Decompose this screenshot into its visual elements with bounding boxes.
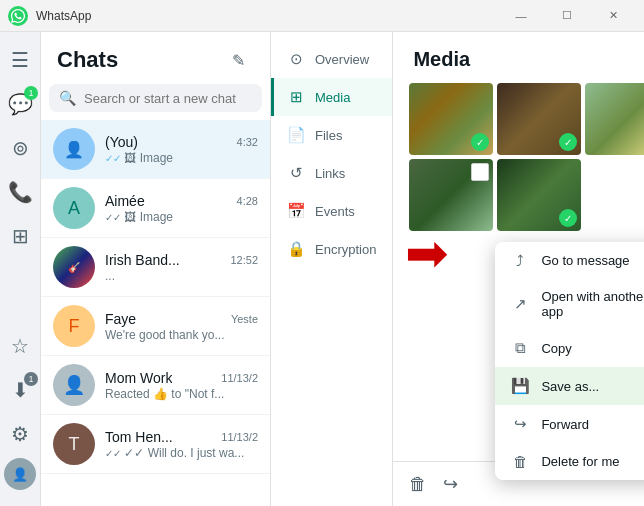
chat-list-panel: Chats ✎ 🔍 👤 (You) 4:32 ✓✓ 🖼 Image — [41, 32, 271, 506]
media-thumb-1[interactable]: ✓ — [409, 83, 493, 155]
nav-label-media: Media — [315, 90, 350, 105]
chats-icon[interactable]: 💬 1 — [0, 84, 40, 124]
media-grid: ✓ ✓ ✓ ✓ — [393, 83, 644, 231]
nav-item-media[interactable]: ⊞ Media — [271, 78, 392, 116]
nav-item-encryption[interactable]: 🔒 Encryption — [271, 230, 392, 268]
copy-icon: ⧉ — [511, 339, 529, 357]
chat-name-faye: Faye — [105, 311, 136, 327]
chat-info-mom: Mom Work 11/13/2 Reacted 👍 to "Not f... — [105, 370, 258, 401]
chat-badge: 1 — [24, 86, 38, 100]
chat-info-tom: Tom Hen... 11/13/2 ✓✓ ✓✓ Will do. I just… — [105, 429, 258, 460]
chat-info-faye: Faye Yeste We're good thank yo... — [105, 311, 258, 342]
chat-time-you: 4:32 — [237, 136, 258, 148]
icon-bar-top: ☰ 💬 1 ⊚ 📞 ⊞ — [0, 40, 40, 322]
ctx-label-forward: Forward — [541, 417, 644, 432]
avatar-tom: T — [53, 423, 95, 465]
chat-item-irish[interactable]: 🎸 Irish Band... 12:52 ... — [41, 238, 270, 297]
media-thumb-2[interactable]: ✓ — [497, 83, 581, 155]
search-input[interactable] — [84, 91, 252, 106]
ctx-delete-for-me[interactable]: 🗑 Delete for me — [495, 443, 644, 480]
name-row-irish: Irish Band... 12:52 — [105, 252, 258, 268]
nav-label-events: Events — [315, 204, 355, 219]
search-bar[interactable]: 🔍 — [49, 84, 262, 112]
icon-bar: ☰ 💬 1 ⊚ 📞 ⊞ ☆ ⬇ 1 ⚙ 👤 — [0, 32, 41, 506]
nav-item-files[interactable]: 📄 Files — [271, 116, 392, 154]
links-icon: ↺ — [287, 164, 305, 182]
window-controls[interactable]: — ☐ ✕ — [498, 0, 636, 32]
avatar-you: 👤 — [53, 128, 95, 170]
name-row-aimee: Aimée 4:28 — [105, 193, 258, 209]
chat-time-irish: 12:52 — [230, 254, 258, 266]
footer-share-icon[interactable]: ↪ — [443, 473, 458, 495]
menu-icon[interactable]: ☰ — [0, 40, 40, 80]
preview-text-aimee: 🖼 Image — [124, 210, 173, 224]
close-button[interactable]: ✕ — [590, 0, 636, 32]
maximize-button[interactable]: ☐ — [544, 0, 590, 32]
chat-name-aimee: Aimée — [105, 193, 145, 209]
user-avatar[interactable]: 👤 — [4, 458, 36, 490]
chat-info-aimee: Aimée 4:28 ✓✓ 🖼 Image — [105, 193, 258, 224]
ctx-forward[interactable]: ↪ Forward — [495, 405, 644, 443]
ctx-copy[interactable]: ⧉ Copy — [495, 329, 644, 367]
forward-icon: ↪ — [511, 415, 529, 433]
chat-name-tom: Tom Hen... — [105, 429, 173, 445]
app-title: WhatsApp — [36, 9, 91, 23]
search-icon: 🔍 — [59, 90, 76, 106]
chat-name-you: (You) — [105, 134, 138, 150]
chat-list-header: Chats ✎ — [41, 32, 270, 84]
starred-icon[interactable]: ☆ — [0, 326, 40, 366]
ctx-save-as[interactable]: 💾 Save as... — [495, 367, 644, 405]
new-chat-icon[interactable]: ✎ — [222, 44, 254, 76]
chat-preview-you: ✓✓ 🖼 Image — [105, 151, 258, 165]
nav-item-links[interactable]: ↺ Links — [271, 154, 392, 192]
chat-name-mom: Mom Work — [105, 370, 172, 386]
sidebar-nav: ⊙ Overview ⊞ Media 📄 Files ↺ Links 📅 Eve… — [271, 32, 393, 506]
chat-time-faye: Yeste — [231, 313, 258, 325]
chat-time-mom: 11/13/2 — [221, 372, 258, 384]
media-title: Media — [393, 32, 644, 83]
nav-item-events[interactable]: 📅 Events — [271, 192, 392, 230]
chat-preview-irish: ... — [105, 269, 258, 283]
footer-delete-icon[interactable]: 🗑 — [409, 474, 427, 495]
status-icon[interactable]: ⊚ — [0, 128, 40, 168]
archived-icon[interactable]: ⬇ 1 — [0, 370, 40, 410]
media-thumb-4[interactable] — [409, 159, 493, 231]
overview-icon: ⊙ — [287, 50, 305, 68]
media-thumb-3[interactable]: ✓ — [585, 83, 644, 155]
chat-item-mom[interactable]: 👤 Mom Work 11/13/2 Reacted 👍 to "Not f..… — [41, 356, 270, 415]
media-panel: Media ✓ ✓ ✓ — [393, 32, 644, 506]
chat-time-tom: 11/13/2 — [221, 431, 258, 443]
nav-label-encryption: Encryption — [315, 242, 376, 257]
ctx-open-with-app[interactable]: ↗ Open with another app — [495, 279, 644, 329]
header-icons: ✎ — [222, 44, 254, 76]
minimize-button[interactable]: — — [498, 0, 544, 32]
calls-icon[interactable]: 📞 — [0, 172, 40, 212]
chat-name-irish: Irish Band... — [105, 252, 180, 268]
ctx-label-open-with-app: Open with another app — [541, 289, 644, 319]
name-row-mom: Mom Work 11/13/2 — [105, 370, 258, 386]
chat-item-faye[interactable]: F Faye Yeste We're good thank yo... — [41, 297, 270, 356]
chat-item-aimee[interactable]: A Aimée 4:28 ✓✓ 🖼 Image — [41, 179, 270, 238]
nav-item-overview[interactable]: ⊙ Overview — [271, 40, 392, 78]
icon-bar-bottom: ☆ ⬇ 1 ⚙ 👤 — [0, 326, 40, 498]
encryption-icon: 🔒 — [287, 240, 305, 258]
ctx-go-to-message[interactable]: ⤴ Go to message — [495, 242, 644, 279]
titlebar-left: WhatsApp — [8, 6, 91, 26]
name-row-tom: Tom Hen... 11/13/2 — [105, 429, 258, 445]
ctx-label-go-to-message: Go to message — [541, 253, 644, 268]
chat-item-tom[interactable]: T Tom Hen... 11/13/2 ✓✓ ✓✓ Will do. I ju… — [41, 415, 270, 474]
titlebar: WhatsApp — ☐ ✕ — [0, 0, 644, 32]
go-to-message-icon: ⤴ — [511, 252, 529, 269]
avatar-aimee: A — [53, 187, 95, 229]
nav-label-overview: Overview — [315, 52, 369, 67]
settings-icon[interactable]: ⚙ — [0, 414, 40, 454]
context-menu: ⤴ Go to message ↗ Open with another app … — [495, 242, 644, 480]
uncheck-4 — [471, 163, 489, 181]
communities-icon[interactable]: ⊞ — [0, 216, 40, 256]
ctx-label-save-as: Save as... — [541, 379, 644, 394]
chat-item-you[interactable]: 👤 (You) 4:32 ✓✓ 🖼 Image — [41, 120, 270, 179]
whatsapp-logo — [8, 6, 28, 26]
chat-preview-aimee: ✓✓ 🖼 Image — [105, 210, 258, 224]
ctx-label-delete: Delete for me — [541, 454, 644, 469]
media-thumb-5[interactable]: ✓ — [497, 159, 581, 231]
